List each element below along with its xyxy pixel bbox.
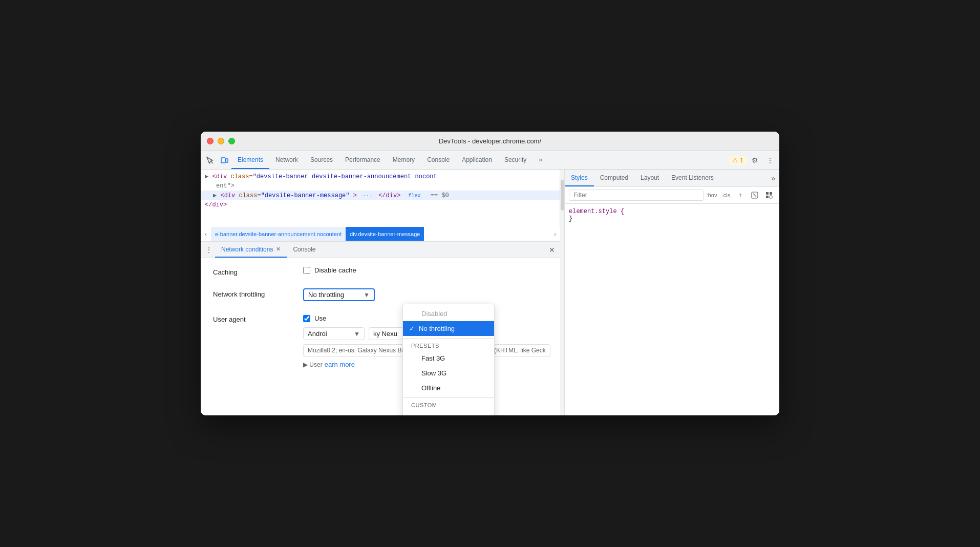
dom-line-1: ▶ <div class="devsite-banner devsite-ban… bbox=[201, 172, 560, 181]
styles-toolbar: :hov .cls + bbox=[565, 187, 779, 204]
svg-rect-6 bbox=[770, 192, 772, 195]
disabled-label: Disabled bbox=[421, 310, 448, 318]
bottom-tab-dots[interactable]: ⋮ bbox=[203, 243, 215, 257]
dom-tree[interactable]: ▶ <div class="devsite-banner devsite-ban… bbox=[201, 170, 560, 227]
ua-row: User agent Use Androi ▼ bbox=[213, 313, 548, 368]
ua-checkbox[interactable] bbox=[303, 315, 310, 322]
throttling-select[interactable]: No throttling ▼ bbox=[303, 288, 375, 301]
dropdown-fast3g[interactable]: Fast 3G bbox=[403, 351, 494, 366]
svg-rect-8 bbox=[770, 196, 772, 198]
tab-memory[interactable]: Memory bbox=[387, 151, 421, 169]
badge-count: 1 bbox=[740, 157, 743, 164]
style-close-brace: } bbox=[569, 215, 572, 222]
tab-security[interactable]: Security bbox=[498, 151, 532, 169]
styles-panel: Styles Computed Layout Event Listeners »… bbox=[564, 170, 779, 415]
cls-button[interactable]: .cls bbox=[720, 189, 732, 201]
svg-rect-2 bbox=[226, 159, 228, 162]
hov-button[interactable]: :hov bbox=[706, 189, 718, 201]
tab-styles[interactable]: Styles bbox=[565, 170, 594, 186]
tab-network-conditions-label: Network conditions bbox=[221, 246, 273, 253]
tab-event-listeners[interactable]: Event Listeners bbox=[665, 170, 720, 186]
tab-application[interactable]: Application bbox=[456, 151, 498, 169]
tab-sources[interactable]: Sources bbox=[304, 151, 339, 169]
traffic-lights bbox=[207, 138, 235, 144]
network-conditions-panel: Caching Disable cache Network throttling… bbox=[201, 258, 560, 415]
titlebar: DevTools - developer.chrome.com/ bbox=[201, 132, 779, 151]
dropdown-offline[interactable]: Offline bbox=[403, 381, 494, 395]
warning-icon: ⚠ bbox=[732, 157, 738, 164]
fast3g-label: Fast 3G bbox=[421, 354, 445, 362]
main-content: ▶ <div class="devsite-banner devsite-ban… bbox=[201, 170, 779, 415]
ua-dropdowns-row: Androi ▼ ky Nexu ▼ bbox=[213, 327, 430, 340]
tab-console-bottom[interactable]: Console bbox=[287, 242, 322, 258]
style-selector: element.style { bbox=[569, 208, 624, 215]
more-icon[interactable]: ⋮ bbox=[763, 153, 777, 167]
custom-header: Custom bbox=[403, 400, 494, 410]
tab-network-conditions[interactable]: Network conditions ✕ bbox=[215, 242, 287, 258]
warning-badge[interactable]: ⚠ 1 bbox=[729, 156, 747, 165]
throttling-label: Network throttling bbox=[213, 288, 295, 298]
color-format-button[interactable] bbox=[763, 189, 775, 201]
caching-control: Disable cache bbox=[303, 266, 548, 274]
svg-rect-5 bbox=[766, 192, 769, 195]
settings-icon[interactable]: ⚙ bbox=[748, 153, 762, 167]
tab-console-label: Console bbox=[293, 246, 315, 253]
dom-line-3: </div> bbox=[201, 200, 560, 209]
caching-label: Caching bbox=[213, 266, 295, 276]
scrollbar-thumb bbox=[561, 180, 564, 211]
tab-network[interactable]: Network bbox=[269, 151, 304, 169]
ua-top-row: User agent Use bbox=[213, 313, 326, 323]
throttling-row: Network throttling No throttling ▼ Disab… bbox=[213, 288, 548, 301]
breadcrumb-left-arrow[interactable]: ‹ bbox=[201, 227, 211, 241]
tab-layout[interactable]: Layout bbox=[634, 170, 665, 186]
ua-input-value: Mozilla bbox=[308, 347, 327, 354]
slow3g-label: Slow 3G bbox=[421, 369, 446, 377]
svg-rect-7 bbox=[766, 196, 769, 198]
dropdown-disabled[interactable]: Disabled bbox=[403, 306, 494, 321]
devtools-window: DevTools - developer.chrome.com/ Element… bbox=[201, 132, 779, 415]
device-toggle-icon[interactable] bbox=[217, 153, 231, 167]
dom-line-indent: ent"> bbox=[201, 181, 560, 191]
main-scrollbar[interactable] bbox=[560, 170, 564, 415]
ua-input-row: Mozilla 0.2; en-us; Galaxy Nexus Build/I… bbox=[213, 344, 550, 356]
ua-browser-select[interactable]: Androi ▼ bbox=[303, 327, 365, 340]
window-title: DevTools - developer.chrome.com/ bbox=[439, 137, 541, 145]
breadcrumb-bar: ‹ e-banner.devsite-banner-announcement.n… bbox=[201, 227, 560, 241]
minimize-button[interactable] bbox=[218, 138, 224, 144]
style-rule: element.style { } bbox=[569, 208, 775, 222]
learn-more-link[interactable]: earn more bbox=[325, 361, 355, 368]
no-throttling-label: No throttling bbox=[419, 325, 455, 332]
tab-console[interactable]: Console bbox=[421, 151, 456, 169]
breadcrumb-right-arrow[interactable]: › bbox=[550, 227, 560, 241]
dom-panel: ▶ <div class="devsite-banner devsite-ban… bbox=[201, 170, 560, 227]
maximize-button[interactable] bbox=[228, 138, 235, 144]
tab-elements[interactable]: Elements bbox=[231, 151, 269, 169]
tab-performance[interactable]: Performance bbox=[339, 151, 387, 169]
breadcrumb-item-1[interactable]: e-banner.devsite-banner-announcement.noc… bbox=[211, 227, 346, 241]
svg-line-0 bbox=[210, 161, 213, 163]
dom-line-2[interactable]: ▶ <div class="devsite-banner-message" > … bbox=[201, 191, 560, 200]
toggle-element-state-button[interactable] bbox=[749, 189, 761, 201]
ua-expand-toggle[interactable]: ▶ User bbox=[303, 361, 323, 368]
presets-header: Presets bbox=[403, 341, 494, 351]
inspect-icon[interactable] bbox=[203, 153, 217, 167]
dropdown-add[interactable]: Add... bbox=[403, 410, 494, 415]
throttling-select-arrow: ▼ bbox=[364, 291, 370, 299]
tab-more[interactable]: » bbox=[532, 151, 548, 169]
filter-input[interactable] bbox=[569, 190, 704, 201]
caching-checkbox[interactable] bbox=[303, 267, 310, 274]
close-button[interactable] bbox=[207, 138, 214, 144]
dropdown-slow3g[interactable]: Slow 3G bbox=[403, 366, 494, 381]
offline-label: Offline bbox=[421, 384, 440, 392]
styles-more-tabs[interactable]: » bbox=[767, 174, 779, 182]
breadcrumb-items: e-banner.devsite-banner-announcement.noc… bbox=[211, 227, 550, 241]
tab-network-conditions-close[interactable]: ✕ bbox=[276, 246, 281, 253]
dropdown-no-throttling[interactable]: ✓ No throttling bbox=[403, 321, 494, 336]
panel-close-button[interactable]: ✕ bbox=[546, 243, 558, 257]
breadcrumb-item-2[interactable]: div.devsite-banner-message bbox=[346, 227, 424, 241]
ua-label: User agent bbox=[213, 313, 295, 323]
tab-computed[interactable]: Computed bbox=[594, 170, 634, 186]
ua-expand-row: ▶ User earn more bbox=[213, 361, 355, 368]
add-style-button[interactable]: + bbox=[734, 189, 747, 201]
ua-device-value: ky Nexu bbox=[373, 330, 397, 338]
